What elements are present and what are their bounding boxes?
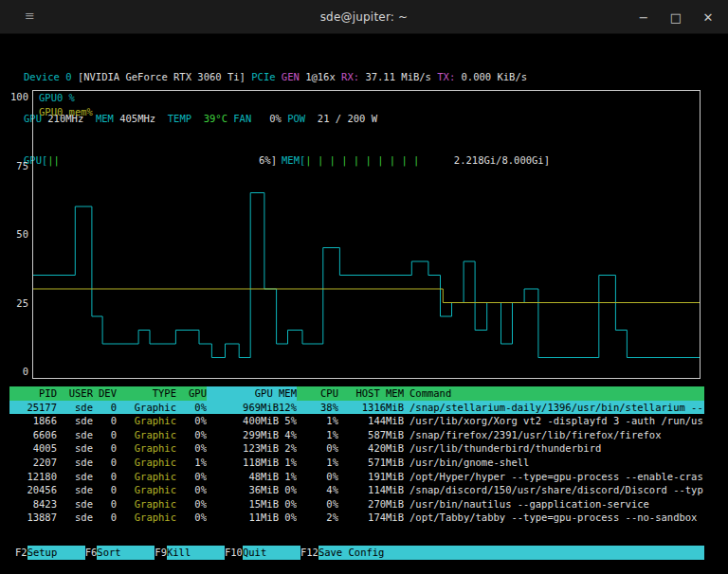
y-tick-label: 25 [4,296,28,311]
cell-gpu: 1% [176,456,207,470]
fkey-label: F12 [300,546,318,560]
text-segment: Device 0 [24,71,78,82]
header-gpu: GPU [176,386,207,401]
cell-dev: 0 [93,414,117,428]
cell-gpu: 0% [176,511,207,525]
fkey-f10[interactable]: F10Quit [225,546,300,560]
cell-dev: 0 [93,441,117,456]
cell-type: Graphic [117,428,176,442]
cell-gpu: 0% [176,470,207,484]
text-segment: 37.11 MiB/s [365,71,437,82]
fkey-action-label: Sort [97,546,155,560]
cell-cpu: 2% [297,511,338,525]
process-row[interactable]: 12180sde0Graphic0%48MiB1%0%191MiB/opt/Hy… [9,470,704,484]
menu-icon[interactable]: ≡ [25,9,35,23]
cell-command: /usr/lib/xorg/Xorg vt2 -displayfd 3 -aut… [404,414,704,428]
y-tick-label: 75 [4,159,28,173]
cell-pid: 20456 [9,483,57,497]
cell-gpu: 0% [176,401,207,415]
y-tick-label: 0 [4,365,28,379]
fkey-f12[interactable]: F12Save Config [300,546,704,560]
cell-cpu: 1% [297,428,338,442]
cell-pid: 25177 [9,401,57,415]
cell-user: sde [57,497,93,511]
cell-gpu-mem: 299MiB [207,428,279,442]
process-row[interactable]: 25177sde0Graphic0%969MiB12%38%1316MiB/sn… [9,401,704,415]
function-key-bar: F2SetupF6SortF9KillF10QuitF12Save Config [15,546,704,560]
cell-dev: 0 [93,456,117,470]
process-row[interactable]: 1866sde0Graphic0%400MiB5%1%144MiB/usr/li… [9,414,704,428]
cell-dev: 0 [93,483,117,497]
window-controls: − □ ✕ [637,0,715,34]
cell-mem-pct: 1% [279,470,297,484]
cell-mem-pct: 5% [279,414,297,428]
cell-mem-pct: 2% [279,441,297,456]
cell-cpu: 0% [297,497,338,511]
fkey-f2[interactable]: F2Setup [15,546,85,560]
cell-pid: 13887 [9,511,57,525]
close-button[interactable]: ✕ [701,10,715,25]
cell-command: /snap/stellarium-daily/1396/usr/bin/stel… [404,401,704,415]
minimize-button[interactable]: − [637,10,650,25]
text-segment: GEN [282,71,305,82]
cell-command: /snap/firefox/2391/usr/lib/firefox/firef… [404,428,704,442]
cell-dev: 0 [93,497,117,511]
process-row[interactable]: 8423sde0Graphic0%15MiB0%0%270MiB/usr/bin… [9,497,704,511]
process-row[interactable]: 2207sde0Graphic1%118MiB1%1%571MiB/usr/bi… [9,456,704,470]
cell-mem-pct: 0% [279,497,297,511]
window-title: sde@jupiter: ~ [0,10,728,24]
cell-dev: 0 [93,470,117,484]
fkey-f6[interactable]: F6Sort [85,546,155,560]
text-segment: RX: [341,71,365,82]
cell-host-mem: 420MiB [338,441,404,456]
legend-entry: GPU0 % [39,91,93,105]
fkey-label: F6 [85,546,98,560]
terminal-window: ≡ sde@jupiter: ~ − □ ✕ Device 0 [NVIDIA … [0,0,728,574]
header-dev: DEV [93,386,117,401]
process-row[interactable]: 13887sde0Graphic0%11MiB0%2%174MiB/opt/Ta… [9,511,704,525]
cell-user: sde [57,428,93,442]
cell-pid: 1866 [9,414,57,428]
fkey-action-label: Quit [243,546,300,560]
usage-chart: GPU0 %GPU0 mem% [32,90,701,379]
cell-pid: 8423 [9,497,57,511]
process-row[interactable]: 20456sde0Graphic0%36MiB0%4%114MiB/snap/d… [9,483,704,497]
cell-gpu: 0% [176,441,207,456]
y-tick-label: 100 [4,90,28,104]
cell-host-mem: 114MiB [338,483,404,497]
cell-type: Graphic [117,470,176,484]
cell-mem-pct: 0% [279,483,297,497]
text-segment: 1@16x [305,71,341,82]
cell-gpu-mem: 400MiB [207,414,279,428]
cell-mem-pct: 0% [279,511,297,525]
fkey-action-label: Setup [27,546,85,560]
cell-cpu: 0% [297,441,338,456]
header-gpu-mem: GPU MEM [207,386,297,401]
cell-command: /snap/discord/150/usr/share/discord/Disc… [404,483,704,497]
cell-gpu-mem: 969MiB [207,401,279,415]
text-segment: PCIe [251,71,282,82]
fkey-f9[interactable]: F9Kill [155,546,225,560]
process-row[interactable]: 6606sde0Graphic0%299MiB4%1%587MiB/snap/f… [9,428,704,442]
text-segment: [NVIDIA GeForce RTX 3060 Ti] [78,71,251,82]
maximize-button[interactable]: □ [669,10,682,25]
cell-cpu: 38% [297,401,338,415]
y-tick-label: 50 [4,227,28,242]
cell-user: sde [57,456,93,470]
cell-user: sde [57,401,93,415]
cell-command: /usr/bin/nautilus --gapplication-service [404,497,704,511]
cell-host-mem: 144MiB [338,414,404,428]
cell-host-mem: 174MiB [338,511,404,525]
cell-gpu: 0% [176,428,207,442]
cell-user: sde [57,483,93,497]
process-row[interactable]: 4005sde0Graphic0%123MiB2%0%420MiB/usr/li… [9,441,704,456]
usage-chart-svg [33,91,700,378]
cell-type: Graphic [117,401,176,415]
cell-mem-pct: 12% [279,401,297,415]
cell-command: /usr/bin/gnome-shell [404,456,704,470]
cell-gpu-mem: 123MiB [207,441,279,456]
cell-pid: 12180 [9,470,57,484]
header-user: USER [57,386,93,401]
cell-user: sde [57,511,93,525]
cell-user: sde [57,470,93,484]
